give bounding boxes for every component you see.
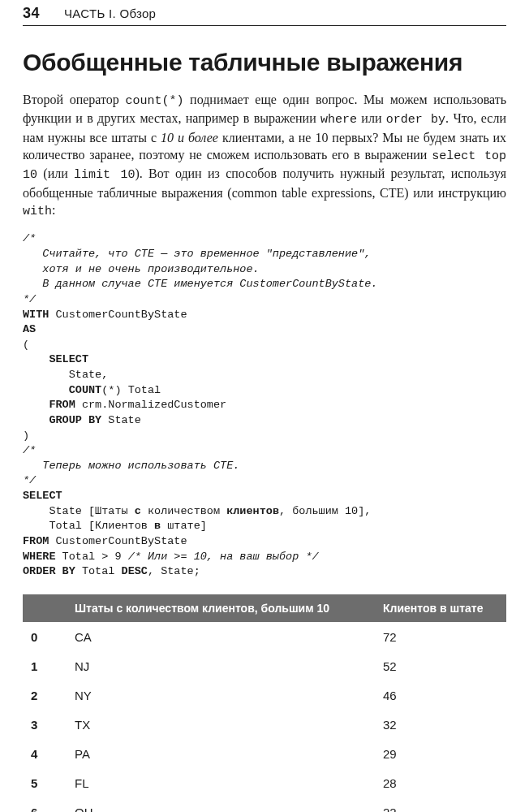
code-keyword: GROUP BY (23, 414, 101, 426)
code-text: (*) Total (101, 384, 161, 396)
code-comment: /* (23, 232, 36, 244)
row-count: 22 (375, 797, 506, 812)
row-index: 0 (23, 622, 67, 651)
code-text: , большим 10], (279, 505, 371, 517)
section-name: ЧАСТЬ I. Обзор (64, 6, 156, 20)
code-text: State, (23, 369, 108, 381)
table-header-row: Штаты с количеством клиентов, большим 10… (23, 594, 506, 623)
code-bold: с (135, 505, 141, 517)
row-index: 2 (23, 680, 67, 710)
code-text: CustomerCountByState (49, 535, 187, 547)
code-keyword: DESC (122, 565, 148, 577)
code-bold: в (154, 520, 161, 532)
row-count: 72 (375, 622, 506, 651)
code-comment: */ (23, 474, 36, 486)
row-count: 28 (375, 768, 506, 797)
code-keyword: WITH (23, 309, 49, 321)
text: (или (37, 166, 74, 180)
table-row: 6 OH 22 (23, 797, 506, 812)
code-keyword: AS (23, 323, 36, 335)
page-number: 34 (23, 5, 40, 22)
table-row: 1 NJ 52 (23, 651, 506, 680)
code-keyword: SELECT (23, 490, 62, 502)
row-index: 4 (23, 739, 67, 768)
table-row: 4 PA 29 (23, 739, 506, 768)
code-comment: /* (23, 444, 36, 456)
row-count: 52 (375, 651, 506, 680)
result-table: Штаты с количеством клиентов, большим 10… (23, 594, 506, 812)
code-inline: count(*) (125, 94, 183, 108)
text: Второй оператор (23, 93, 125, 106)
code-text: State (101, 414, 141, 426)
code-text: Total > 9 (56, 551, 128, 563)
code-text: количеством (141, 505, 226, 517)
code-text: CustomerCountByState (49, 309, 187, 321)
code-keyword: WHERE (23, 551, 56, 563)
code-block: /* Считайте, что CTE — это временное "пр… (23, 231, 506, 579)
table-header-states: Штаты с количеством клиентов, большим 10 (67, 594, 375, 623)
table-body: 0 CA 72 1 NJ 52 2 NY 46 3 TX 32 4 PA (23, 622, 506, 812)
row-count: 46 (375, 680, 506, 710)
code-text (23, 384, 69, 396)
code-inline: with (23, 205, 52, 218)
row-index: 1 (23, 651, 67, 680)
code-bold: клиентов (226, 505, 279, 517)
code-text: , State; (148, 565, 200, 577)
row-state: FL (67, 768, 375, 797)
code-text: ) (23, 430, 29, 442)
row-count: 32 (375, 710, 506, 739)
row-count: 29 (375, 739, 506, 768)
code-comment: В данном случае CTE именуется CustomerCo… (23, 278, 377, 290)
code-keyword: SELECT (23, 353, 88, 365)
intro-paragraph: Второй оператор count(*) поднимает еще о… (23, 91, 506, 220)
code-inline: order by (386, 113, 445, 127)
table-row: 2 NY 46 (23, 680, 506, 710)
row-state: PA (67, 739, 375, 768)
running-head: 34 ЧАСТЬ I. Обзор (23, 5, 506, 26)
code-keyword: FROM (23, 399, 75, 411)
code-keyword: FROM (23, 535, 49, 547)
code-comment: Считайте, что CTE — это временное "предс… (23, 248, 371, 260)
code-comment: */ (23, 293, 36, 305)
table-header-index (23, 594, 67, 623)
code-comment: Теперь можно использовать CTE. (23, 460, 239, 472)
row-state: NJ (67, 651, 375, 680)
code-inline: limit 10 (74, 168, 135, 182)
code-inline: where (320, 113, 357, 127)
code-text: Total [Клиентов (23, 520, 154, 532)
text: или (357, 111, 386, 125)
code-text: Total (75, 565, 122, 577)
row-state: TX (67, 710, 375, 739)
code-keyword: COUNT (69, 384, 102, 396)
page: 34 ЧАСТЬ I. Обзор Обобщенные табличные в… (0, 0, 529, 812)
code-text: State [Штаты (23, 505, 135, 517)
table-row: 0 CA 72 (23, 622, 506, 651)
table-header-count: Клиентов в штате (375, 594, 506, 623)
text-italic: 10 и более (161, 131, 218, 145)
code-comment: /* Или >= 10, на ваш выбор */ (128, 551, 319, 563)
row-state: NY (67, 680, 375, 710)
code-text: crm.NormalizedCustomer (75, 399, 226, 411)
row-state: CA (67, 622, 375, 651)
page-title: Обобщенные табличные выражения (23, 49, 506, 76)
row-index: 3 (23, 710, 67, 739)
row-index: 5 (23, 768, 67, 797)
code-comment: хотя и не очень производительное. (23, 263, 260, 275)
table-row: 5 FL 28 (23, 768, 506, 797)
row-index: 6 (23, 797, 67, 812)
code-text: ( (23, 339, 29, 351)
code-text: штате] (161, 520, 207, 532)
row-state: OH (67, 797, 375, 812)
text: : (52, 203, 55, 217)
table-row: 3 TX 32 (23, 710, 506, 739)
code-keyword: ORDER BY (23, 565, 75, 577)
